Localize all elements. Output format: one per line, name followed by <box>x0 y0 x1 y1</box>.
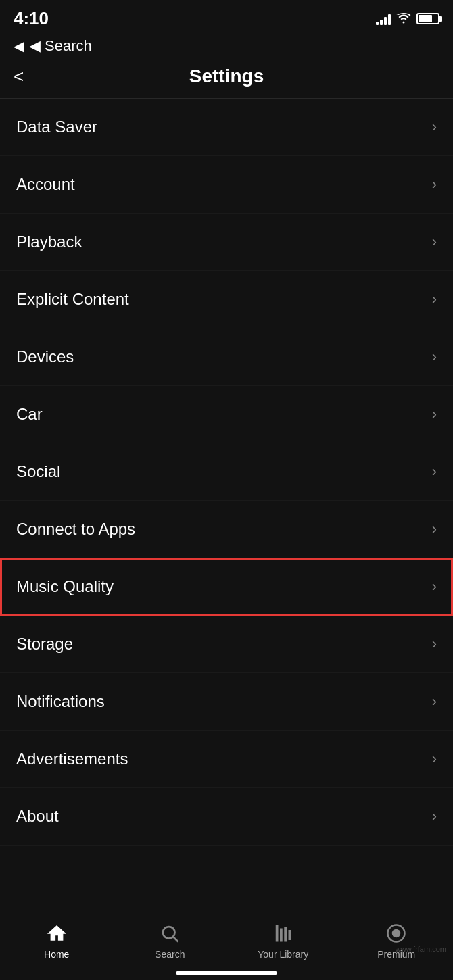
home-indicator <box>176 971 277 975</box>
chevron-right-icon: › <box>432 291 437 308</box>
chevron-right-icon: › <box>432 348 437 366</box>
status-time: 4:10 <box>14 8 49 29</box>
settings-item-car[interactable]: Car › <box>0 386 453 443</box>
settings-label-car: Car <box>16 405 43 424</box>
watermark: www.frfam.com <box>396 945 446 953</box>
chevron-right-icon: › <box>432 463 437 481</box>
svg-line-1 <box>174 937 178 942</box>
chevron-right-icon: › <box>432 520 437 538</box>
tab-search[interactable]: Search <box>114 922 227 960</box>
settings-label-social: Social <box>16 462 60 481</box>
settings-item-connect-to-apps[interactable]: Connect to Apps › <box>0 501 453 558</box>
settings-label-connect-to-apps: Connect to Apps <box>16 520 135 539</box>
settings-list: Data Saver › Account › Playback › Explic… <box>0 99 453 846</box>
settings-item-about[interactable]: About › <box>0 788 453 846</box>
settings-item-music-quality[interactable]: Music Quality › <box>0 558 453 616</box>
svg-rect-5 <box>288 930 291 940</box>
home-label: Home <box>44 949 69 960</box>
battery-icon <box>416 13 439 24</box>
settings-label-playback: Playback <box>16 232 82 251</box>
tab-home[interactable]: Home <box>0 922 114 960</box>
back-chevron-icon: < <box>14 66 24 87</box>
back-button[interactable]: < <box>14 66 24 87</box>
tab-your-library[interactable]: Your Library <box>226 922 340 960</box>
chevron-right-icon: › <box>432 750 437 768</box>
bottom-tab-bar: Home Search Your Library P <box>0 912 453 980</box>
back-nav[interactable]: ◀ ◀ Search <box>0 33 453 59</box>
page-title: Settings <box>189 66 264 87</box>
settings-label-explicit-content: Explicit Content <box>16 290 129 309</box>
svg-rect-3 <box>280 929 283 942</box>
settings-item-social[interactable]: Social › <box>0 443 453 501</box>
wifi-icon <box>396 11 411 26</box>
settings-item-explicit-content[interactable]: Explicit Content › <box>0 271 453 328</box>
back-label: ◀ Search <box>29 37 92 55</box>
chevron-right-icon: › <box>432 233 437 251</box>
status-bar: 4:10 <box>0 0 453 33</box>
library-icon <box>272 922 295 945</box>
library-label: Your Library <box>258 949 308 960</box>
chevron-right-icon: › <box>432 176 437 193</box>
page-header: < Settings <box>0 59 453 98</box>
search-icon <box>158 922 181 945</box>
home-icon <box>45 922 68 945</box>
svg-rect-2 <box>276 925 279 942</box>
settings-item-account[interactable]: Account › <box>0 156 453 214</box>
svg-point-7 <box>392 929 401 938</box>
premium-icon <box>385 922 408 945</box>
settings-item-data-saver[interactable]: Data Saver › <box>0 99 453 156</box>
settings-item-notifications[interactable]: Notifications › <box>0 673 453 731</box>
settings-label-account: Account <box>16 175 75 194</box>
settings-label-music-quality: Music Quality <box>16 577 114 596</box>
settings-item-advertisements[interactable]: Advertisements › <box>0 731 453 788</box>
chevron-right-icon: › <box>432 635 437 653</box>
back-to-search[interactable]: ◀ ◀ Search <box>14 37 92 55</box>
settings-label-data-saver: Data Saver <box>16 118 97 137</box>
svg-point-0 <box>163 927 175 939</box>
chevron-right-icon: › <box>432 693 437 710</box>
settings-label-notifications: Notifications <box>16 692 105 711</box>
svg-rect-4 <box>284 927 287 942</box>
settings-label-advertisements: Advertisements <box>16 750 128 768</box>
settings-item-storage[interactable]: Storage › <box>0 616 453 673</box>
tab-premium[interactable]: Premium <box>340 922 454 960</box>
chevron-right-icon: › <box>432 808 437 825</box>
chevron-right-icon: › <box>432 406 437 423</box>
settings-label-about: About <box>16 807 59 826</box>
signal-icon <box>376 13 391 25</box>
status-icons <box>376 11 439 26</box>
settings-label-devices: Devices <box>16 347 74 366</box>
search-label: Search <box>155 949 185 960</box>
chevron-right-icon: › <box>432 118 437 136</box>
chevron-right-icon: › <box>432 578 437 595</box>
settings-item-devices[interactable]: Devices › <box>0 328 453 386</box>
settings-label-storage: Storage <box>16 635 73 654</box>
settings-item-playback[interactable]: Playback › <box>0 214 453 271</box>
back-arrow-small: ◀ <box>14 38 24 54</box>
